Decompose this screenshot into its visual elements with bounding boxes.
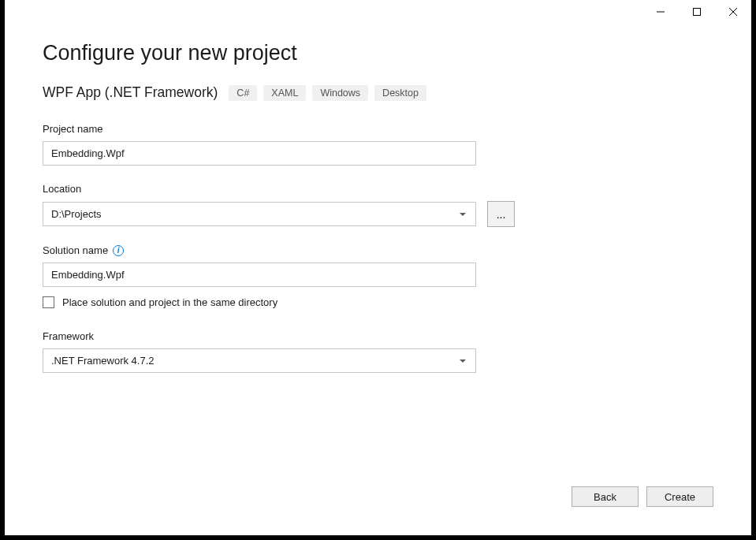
minimize-icon xyxy=(657,8,665,16)
location-label: Location xyxy=(43,183,713,195)
footer: Back Create xyxy=(5,486,751,535)
tag-xaml: XAML xyxy=(263,85,306,101)
template-name: WPF App (.NET Framework) xyxy=(43,84,218,101)
solution-name-label-text: Solution name xyxy=(43,244,108,256)
chevron-down-icon xyxy=(460,213,466,216)
same-directory-checkbox[interactable] xyxy=(43,296,54,308)
content-area: Configure your new project WPF App (.NET… xyxy=(5,25,751,486)
maximize-button[interactable] xyxy=(679,0,715,24)
svg-rect-1 xyxy=(694,9,701,16)
framework-label: Framework xyxy=(43,330,713,342)
minimize-button[interactable] xyxy=(642,0,679,24)
solution-name-label: Solution name i xyxy=(43,244,713,256)
dialog-window: Configure your new project WPF App (.NET… xyxy=(5,0,751,535)
framework-combobox[interactable]: .NET Framework 4.7.2 xyxy=(43,348,476,373)
same-directory-row: Place solution and project in the same d… xyxy=(43,296,713,308)
location-value: D:\Projects xyxy=(51,208,102,220)
framework-block: Framework .NET Framework 4.7.2 xyxy=(43,330,713,373)
info-icon[interactable]: i xyxy=(113,245,124,256)
close-button[interactable] xyxy=(715,0,751,24)
page-title: Configure your new project xyxy=(43,41,713,65)
solution-name-input[interactable] xyxy=(43,263,476,287)
maximize-icon xyxy=(693,8,701,16)
chevron-down-icon xyxy=(460,359,466,363)
title-bar xyxy=(5,0,751,25)
same-directory-label: Place solution and project in the same d… xyxy=(62,296,277,308)
tag-desktop: Desktop xyxy=(374,85,426,101)
framework-value: .NET Framework 4.7.2 xyxy=(51,355,155,367)
template-row: WPF App (.NET Framework) C# XAML Windows… xyxy=(43,84,713,101)
project-name-block: Project name xyxy=(43,123,713,166)
template-tags: C# XAML Windows Desktop xyxy=(229,85,426,101)
solution-name-block: Solution name i Place solution and proje… xyxy=(43,244,713,308)
location-combobox[interactable]: D:\Projects xyxy=(43,202,476,226)
tag-csharp: C# xyxy=(229,85,257,101)
project-name-input[interactable] xyxy=(43,141,476,166)
close-icon xyxy=(729,8,737,16)
project-name-label: Project name xyxy=(43,123,713,135)
browse-button[interactable]: ... xyxy=(487,201,515,227)
back-button[interactable]: Back xyxy=(572,486,639,507)
tag-windows: Windows xyxy=(312,85,368,101)
location-block: Location D:\Projects ... xyxy=(43,183,713,227)
create-button[interactable]: Create xyxy=(646,486,713,507)
